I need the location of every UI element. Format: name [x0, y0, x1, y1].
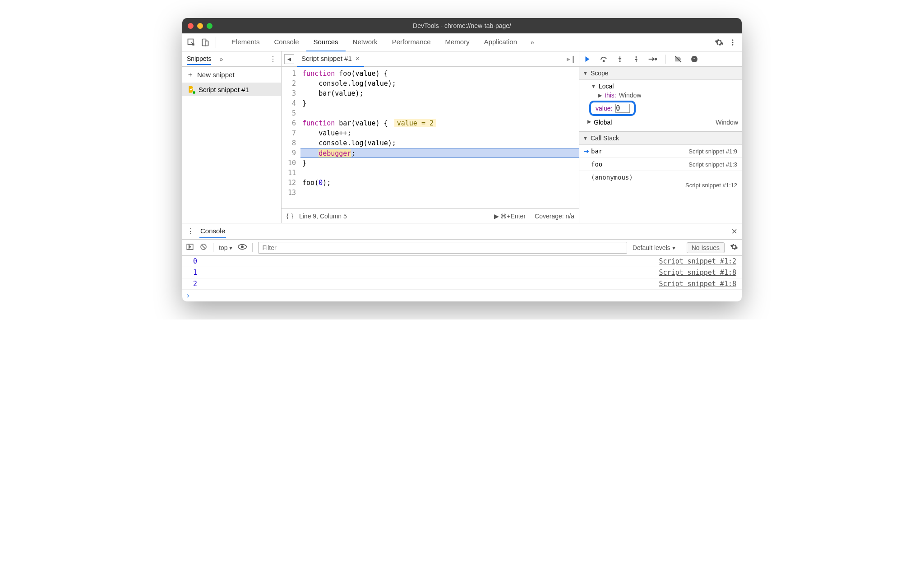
svg-point-15	[241, 245, 244, 248]
issues-button[interactable]: No Issues	[687, 242, 725, 253]
panel-tab-sources[interactable]: Sources	[306, 33, 346, 51]
callstack-frame[interactable]: foo Script snippet #1:3	[579, 158, 742, 171]
panel-tab-performance[interactable]: Performance	[385, 33, 438, 51]
console-toolbar: top ▾ Default levels ▾ No Issues	[182, 240, 742, 256]
inspect-icon[interactable]	[186, 37, 197, 48]
code-line[interactable]	[300, 108, 579, 118]
scope-global-row[interactable]: ▶ Global Window	[583, 117, 742, 129]
callstack-frame[interactable]: ➔ bar Script snippet #1:9	[579, 145, 742, 158]
local-label: Local	[599, 83, 614, 90]
close-drawer-icon[interactable]: ×	[731, 226, 737, 237]
context-selector[interactable]: top ▾	[219, 244, 232, 251]
scope-value-input[interactable]	[616, 104, 629, 112]
drawer: ⋮ Console × top ▾ Default levels ▾ No Is…	[182, 223, 742, 301]
code-content[interactable]: function foo(value) { console.log(value)…	[300, 67, 579, 208]
more-navigator-tabs-icon[interactable]: »	[216, 56, 226, 63]
console-sidebar-toggle-icon[interactable]	[186, 243, 194, 252]
format-icon[interactable]: { }	[286, 213, 294, 220]
triangle-down-icon: ▼	[583, 70, 588, 76]
window-title: DevTools - chrome://new-tab-page/	[182, 22, 742, 29]
device-toggle-icon[interactable]	[199, 37, 210, 48]
debugger-pane: ▼ Scope ▼ Local ▶ this: Window value:	[579, 51, 742, 223]
global-label: Global	[594, 119, 612, 126]
console-value: 2	[193, 280, 197, 288]
kebab-menu-icon[interactable]	[727, 37, 738, 48]
code-line[interactable]: console.log(value);	[300, 79, 579, 88]
new-snippet-button[interactable]: ＋ New snippet	[182, 67, 281, 83]
close-tab-icon[interactable]: ×	[356, 55, 360, 62]
deactivate-breakpoints-icon[interactable]	[674, 55, 683, 64]
panel-tab-network[interactable]: Network	[346, 33, 385, 51]
snippet-item-label: Script snippet #1	[199, 86, 249, 93]
code-line[interactable]	[300, 168, 579, 178]
more-tabs-icon[interactable]: »	[527, 39, 538, 46]
step-icon[interactable]	[648, 55, 657, 64]
console-tab[interactable]: Console	[199, 224, 226, 238]
console-prompt[interactable]: ›	[182, 290, 742, 301]
callstack-header[interactable]: ▼ Call Stack	[579, 132, 742, 145]
editor-tab[interactable]: Script snippet #1 ×	[297, 51, 364, 67]
svg-point-6	[603, 60, 605, 62]
code-line[interactable]: }	[300, 158, 579, 168]
snippet-item[interactable]: Script snippet #1	[182, 83, 281, 96]
console-row[interactable]: 0 Script snippet #1:2	[182, 256, 742, 267]
scope-header[interactable]: ▼ Scope	[579, 67, 742, 80]
console-row[interactable]: 2 Script snippet #1:8	[182, 278, 742, 290]
svg-point-4	[732, 42, 734, 43]
frame-location: Script snippet #1:3	[688, 161, 737, 168]
caret-down-icon: ▾	[672, 244, 675, 251]
console-source-link[interactable]: Script snippet #1:8	[659, 280, 736, 288]
drawer-kebab-icon[interactable]: ⋮	[187, 227, 194, 236]
console-settings-icon[interactable]	[730, 243, 738, 252]
svg-point-8	[635, 56, 637, 57]
triangle-right-icon: ▶	[587, 119, 591, 126]
code-line[interactable]: console.log(value);	[300, 138, 579, 148]
resume-icon[interactable]	[583, 55, 592, 64]
code-line[interactable]: bar(value);	[300, 88, 579, 98]
step-into-icon[interactable]	[615, 55, 624, 64]
code-line[interactable]: value++;	[300, 128, 579, 138]
debugger-toolbar	[579, 51, 742, 67]
console-source-link[interactable]: Script snippet #1:2	[659, 257, 736, 265]
panel-tab-memory[interactable]: Memory	[438, 33, 477, 51]
step-over-icon[interactable]	[599, 55, 608, 64]
svg-point-7	[619, 60, 620, 62]
code-line[interactable]: function bar(value) {value = 2	[300, 118, 579, 128]
panel-tab-application[interactable]: Application	[477, 33, 524, 51]
scope-local-header[interactable]: ▼ Local	[583, 82, 742, 91]
console-value: 1	[193, 268, 197, 277]
code-line[interactable]: foo(0);	[300, 178, 579, 188]
run-snippet-button[interactable]: ▶ ⌘+Enter	[494, 213, 526, 220]
navigator-kebab-icon[interactable]: ⋮	[269, 55, 277, 63]
scope-value-edit[interactable]: value:	[589, 101, 636, 116]
history-back-icon[interactable]: ◂	[284, 54, 294, 64]
log-levels-selector[interactable]: Default levels ▾	[633, 244, 675, 251]
caret-down-icon: ▾	[229, 244, 232, 251]
scope-this-row[interactable]: ▶ this: Window	[583, 91, 742, 100]
code-area[interactable]: 12345678910111213 function foo(value) { …	[282, 67, 579, 208]
console-source-link[interactable]: Script snippet #1:8	[659, 268, 736, 277]
scope-body: ▼ Local ▶ this: Window value: ▶ Global W…	[579, 80, 742, 131]
call-stack: ▼ Call Stack ➔ bar Script snippet #1:9 f…	[579, 131, 742, 191]
snippet-file-icon	[187, 85, 195, 93]
code-line[interactable]	[300, 188, 579, 198]
frame-location: Script snippet #1:9	[688, 148, 737, 155]
code-line[interactable]: }	[300, 98, 579, 108]
console-filter[interactable]	[258, 242, 627, 254]
console-filter-input[interactable]	[258, 242, 627, 254]
live-expression-icon[interactable]	[238, 244, 247, 251]
step-out-icon[interactable]	[632, 55, 641, 64]
clear-console-icon[interactable]	[199, 243, 208, 252]
snippets-tab[interactable]: Snippets	[187, 55, 211, 65]
pause-exceptions-icon[interactable]	[690, 55, 699, 64]
settings-icon[interactable]	[714, 37, 725, 48]
code-line[interactable]: function foo(value) {	[300, 69, 579, 79]
panel-tab-console[interactable]: Console	[267, 33, 306, 51]
callstack-frame-anonymous[interactable]: (anonymous)	[579, 171, 742, 182]
panel-tab-elements[interactable]: Elements	[224, 33, 267, 51]
code-line[interactable]: debugger;	[300, 148, 579, 158]
history-forward-icon[interactable]: ▸❙	[566, 54, 576, 64]
console-row[interactable]: 1 Script snippet #1:8	[182, 267, 742, 278]
svg-rect-2	[205, 41, 208, 46]
svg-point-3	[732, 39, 734, 41]
